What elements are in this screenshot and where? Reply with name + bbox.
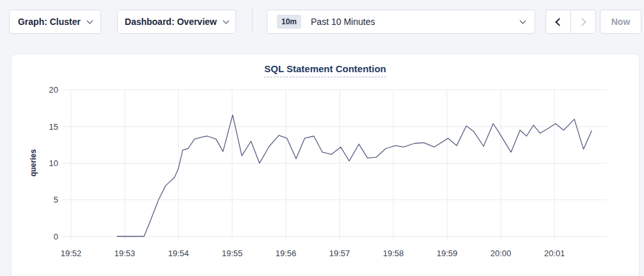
chevron-down-icon (223, 17, 230, 24)
y-tick-label: 20 (49, 85, 58, 95)
y-axis-title: queries (29, 149, 38, 176)
now-button-label: Now (611, 17, 631, 27)
chevron-down-icon (520, 17, 526, 24)
x-tick-label: 19:56 (276, 249, 297, 258)
chevron-right-icon (578, 18, 586, 26)
chart-title-row: SQL Statement Contention (12, 63, 639, 77)
toolbar-divider (252, 8, 253, 33)
previous-time-button[interactable] (546, 10, 570, 33)
y-tick-label: 10 (49, 158, 58, 168)
graph-dropdown[interactable]: Graph: Cluster (9, 10, 101, 34)
x-tick-label: 19:53 (114, 249, 136, 258)
x-tick-label: 19:58 (383, 249, 404, 258)
contention-chart-svg[interactable]: 0510152019:5219:5319:5419:5519:5619:5719… (12, 54, 640, 276)
chart-title[interactable]: SQL Statement Contention (264, 63, 386, 77)
y-tick-label: 15 (49, 122, 58, 132)
x-tick-label: 19:57 (329, 249, 350, 258)
x-tick-label: 20:00 (491, 249, 512, 258)
y-tick-label: 0 (54, 232, 58, 241)
x-tick-label: 19:52 (61, 249, 82, 258)
time-pager (546, 10, 596, 34)
chevron-down-icon (87, 17, 93, 24)
dashboard-dropdown[interactable]: Dashboard: Overview (117, 10, 236, 34)
dashboard-dropdown-label: Dashboard: Overview (125, 17, 217, 27)
series-line (117, 115, 592, 236)
graph-dropdown-label: Graph: Cluster (18, 17, 81, 27)
chevron-left-icon (555, 18, 563, 26)
x-tick-label: 19:55 (222, 249, 243, 258)
x-tick-label: 19:59 (437, 249, 458, 258)
y-tick-label: 5 (54, 195, 58, 204)
toolbar: Graph: Cluster Dashboard: Overview 10m P… (0, 0, 644, 45)
x-tick-label: 20:01 (544, 249, 565, 258)
contention-chart[interactable]: 0510152019:5219:5319:5419:5519:5619:5719… (12, 54, 640, 276)
chart-card: 0510152019:5219:5319:5419:5519:5619:5719… (11, 54, 640, 276)
now-button[interactable]: Now (600, 10, 641, 34)
time-window-badge: 10m (277, 15, 301, 29)
x-tick-label: 19:54 (168, 249, 189, 258)
time-range-label: Past 10 Minutes (311, 17, 375, 27)
time-range-selector[interactable]: 10m Past 10 Minutes (267, 10, 535, 34)
next-time-button[interactable] (570, 10, 595, 33)
